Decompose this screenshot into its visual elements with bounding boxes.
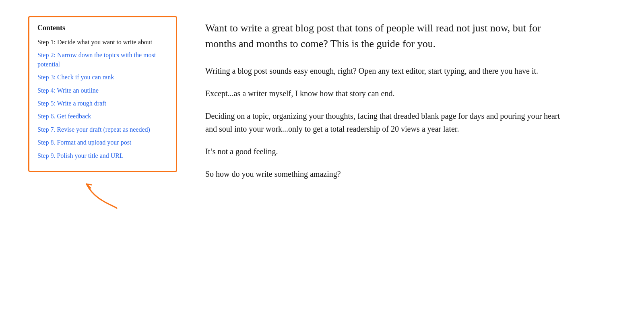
toc-item-step3[interactable]: Step 3: Check if you can rank (37, 73, 168, 82)
body-paragraph-5: So how do you write something amazing? (205, 168, 568, 180)
contents-box: Contents Step 1: Decide what you want to… (28, 16, 177, 172)
toc-link-step3[interactable]: Step 3: Check if you can rank (37, 74, 114, 81)
arrow-icon (78, 176, 127, 212)
toc-link-step4[interactable]: Step 4: Write an outline (37, 87, 99, 94)
toc-link-step7[interactable]: Step 7. Revise your draft (repeat as nee… (37, 126, 150, 133)
toc-link-step6[interactable]: Step 6. Get feedback (37, 113, 91, 120)
right-panel: Want to write a great blog post that ton… (205, 16, 620, 319)
body-paragraph-1: Writing a blog post sounds easy enough, … (205, 64, 568, 77)
toc-item-step9[interactable]: Step 9. Polish your title and URL (37, 151, 168, 160)
body-paragraph-3: Deciding on a topic, organizing your tho… (205, 110, 568, 135)
toc-item-step8[interactable]: Step 8. Format and upload your post (37, 138, 168, 147)
toc-item-step7[interactable]: Step 7. Revise your draft (repeat as nee… (37, 125, 168, 134)
body-paragraph-2: Except...as a writer myself, I know how … (205, 87, 568, 100)
toc-list: Step 1: Decide what you want to write ab… (37, 38, 168, 160)
toc-item-step1: Step 1: Decide what you want to write ab… (37, 38, 168, 47)
body-paragraphs: Writing a blog post sounds easy enough, … (205, 64, 620, 180)
arrow-container (28, 176, 177, 212)
toc-link-step2[interactable]: Step 2: Narrow down the topics with the … (37, 52, 156, 67)
toc-link-step5[interactable]: Step 5: Write a rough draft (37, 100, 106, 107)
toc-link-step9[interactable]: Step 9. Polish your title and URL (37, 152, 124, 159)
toc-item-step6[interactable]: Step 6. Get feedback (37, 112, 168, 121)
toc-link-step8[interactable]: Step 8. Format and upload your post (37, 139, 131, 146)
left-panel: Contents Step 1: Decide what you want to… (24, 16, 181, 319)
toc-item-step5[interactable]: Step 5: Write a rough draft (37, 99, 168, 108)
toc-item-step4[interactable]: Step 4: Write an outline (37, 86, 168, 95)
toc-item-step2[interactable]: Step 2: Narrow down the topics with the … (37, 51, 168, 69)
intro-paragraph: Want to write a great blog post that ton… (205, 20, 568, 52)
body-paragraph-4: It’s not a good feeling. (205, 145, 568, 158)
contents-title: Contents (37, 24, 168, 32)
